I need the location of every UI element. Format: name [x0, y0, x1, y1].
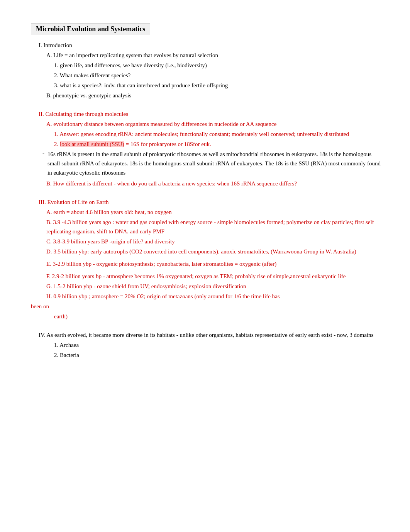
sec2-a: A. evolutionary distance between organis…: [46, 119, 383, 129]
sec2-a2: 2. look at small subunit (SSU) = 16S for…: [54, 139, 383, 149]
sec3-f: F. 2.9-2 billion years bp - atmosphere b…: [46, 272, 383, 281]
sec3-c: C. 3.8-3.9 billion years BP -origin of l…: [46, 237, 383, 246]
sec3-b: B. 3.9 -4.3 billion years ago : water an…: [46, 218, 383, 236]
dash-symbol: -: [42, 150, 44, 177]
sec2-a-text: A. evolutionary distance between organis…: [46, 121, 276, 127]
sec2-a1: 1. Answer: genes encoding rRNA: ancient …: [54, 129, 383, 139]
title-box: Microbial Evolution and Systematics: [31, 23, 150, 35]
intro-label: I. Introduction: [39, 41, 383, 50]
dash-content-16s: 16s rRNA is present in the small subunit…: [47, 150, 383, 177]
sec2-b-text: B. How different is different - when do …: [46, 180, 297, 187]
sec4-label: IV. As earth evolved, it became more div…: [39, 330, 383, 340]
dash-item-16s: - 16s rRNA is present in the small subun…: [31, 150, 383, 177]
sec2-a2-rest: = 16S for prokaryotes or 18Sfor euk.: [124, 141, 211, 147]
intro-a2: 2. What makes different species?: [54, 71, 383, 80]
sec3-e: E. 3-2.9 billion ybp - oxygenic photosyn…: [46, 259, 383, 269]
sec3-label: III. Evolution of Life on Earth: [39, 197, 383, 207]
sec2-label: II. Calculating time through molecules: [39, 109, 383, 119]
intro-b: B. phenotypic vs. genotypic analysis: [46, 91, 383, 100]
sec3-h: H. 0.9 billion ybp ; atmosphere = 20% O2…: [46, 292, 383, 301]
sec2-a1-text: 1. Answer: genes encoding rRNA: ancient …: [54, 131, 349, 137]
sec3-d: D. 3.5 billion ybp: early autotrophs (CO…: [46, 247, 383, 256]
section-2: II. Calculating time through molecules A…: [31, 109, 383, 188]
sec4-1: 1. Archaea: [54, 340, 383, 350]
section-intro: I. Introduction A. Life = an imperfect r…: [31, 41, 383, 100]
sec3-h3: earth): [54, 312, 383, 321]
sec2-a2-highlight: look at small subunit (SSU): [60, 141, 124, 147]
intro-a: A. Life = an imperfect replicating syste…: [46, 51, 383, 60]
sec3-g: G. 1.5-2 billion ybp - ozone shield from…: [46, 282, 383, 291]
section-3: III. Evolution of Life on Earth A. earth…: [31, 197, 383, 321]
sec3-a: A. earth = about 4.6 billion years old: …: [46, 207, 383, 217]
sec4-2: 2. Bacteria: [54, 350, 383, 360]
sec2-b: B. How different is different - when do …: [46, 179, 383, 188]
intro-a3: 3. what is a species?: indv. that can in…: [54, 81, 383, 90]
section-4: IV. As earth evolved, it became more div…: [31, 330, 383, 360]
sec3-h2: been on: [31, 302, 383, 311]
page-title: Microbial Evolution and Systematics: [36, 25, 145, 33]
page-content: Microbial Evolution and Systematics I. I…: [31, 23, 383, 360]
intro-a1: 1. given life, and differences, we have …: [54, 61, 383, 70]
